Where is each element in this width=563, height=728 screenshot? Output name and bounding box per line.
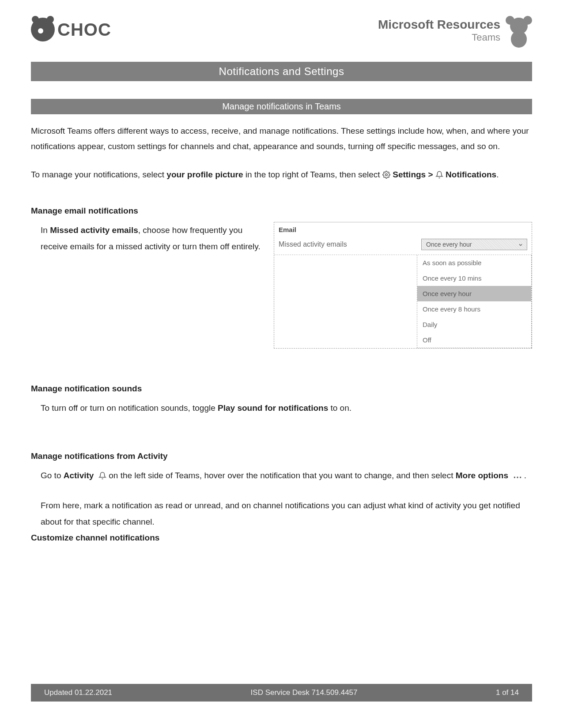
text: Go to xyxy=(41,471,64,480)
email-section-heading: Manage email notifications xyxy=(31,206,532,216)
dropdown-selected: Once every hour xyxy=(426,241,472,248)
sounds-section-heading: Manage notification sounds xyxy=(31,384,532,394)
sounds-section-body: To turn off or turn on notification soun… xyxy=(31,400,532,416)
missed-emails-label: Missed activity emails xyxy=(50,225,138,235)
profile-picture-label: your profile picture xyxy=(166,170,243,179)
activity-line-2: From here, mark a notification as read o… xyxy=(31,497,532,530)
activity-label: Activity xyxy=(64,471,94,480)
choc-logo: CHOC xyxy=(31,18,111,41)
document-header: CHOC Microsoft Resources Teams xyxy=(31,18,532,49)
koala-icon xyxy=(506,18,532,49)
ms-title: Microsoft Resources xyxy=(378,18,500,32)
gear-icon xyxy=(382,168,390,184)
bell-icon xyxy=(435,168,443,184)
text: on the left side of Teams, hover over th… xyxy=(109,471,455,480)
page-footer: Updated 01.22.2021 ISD Service Desk 714.… xyxy=(31,684,532,702)
ms-resources-block: Microsoft Resources Teams xyxy=(378,18,532,49)
activity-section-heading: Manage notifications from Activity xyxy=(31,451,532,461)
bell-icon xyxy=(98,469,106,485)
text: in the top right of Teams, then select xyxy=(243,170,382,179)
footer-service-desk: ISD Service Desk 714.509.4457 xyxy=(251,688,358,697)
text: to on. xyxy=(328,403,351,413)
intro-paragraph: Microsoft Teams offers different ways to… xyxy=(31,123,532,154)
missed-activity-label: Missed activity emails xyxy=(279,240,347,248)
dropdown-option[interactable]: Off xyxy=(417,332,531,348)
frequency-dropdown-list: As soon as possible Once every 10 mins O… xyxy=(417,255,532,348)
notifications-label: Notifications xyxy=(446,170,496,179)
svg-point-1 xyxy=(514,477,515,478)
play-sound-label: Play sound for notifications xyxy=(218,403,328,413)
manage-instructions: To manage your notifications, select you… xyxy=(31,166,532,184)
text: In xyxy=(41,225,50,235)
text: . xyxy=(496,170,499,179)
email-section-body: In Missed activity emails, choose how fr… xyxy=(41,222,261,255)
text: To manage your notifications, select xyxy=(31,170,166,179)
svg-point-2 xyxy=(517,477,518,478)
dropdown-option[interactable]: As soon as possible xyxy=(417,255,531,270)
ms-subtitle: Teams xyxy=(378,32,500,43)
customize-section-heading: Customize channel notifications xyxy=(31,533,532,543)
svg-point-3 xyxy=(520,477,521,478)
more-options-label: More options xyxy=(456,471,508,480)
chevron-down-icon xyxy=(518,242,523,249)
email-panel-title: Email xyxy=(274,222,532,235)
main-title-banner: Notifications and Settings xyxy=(31,62,532,81)
settings-label: Settings xyxy=(393,170,426,179)
choc-logo-text: CHOC xyxy=(57,20,111,40)
gt: > xyxy=(426,170,435,179)
footer-updated: Updated 01.22.2021 xyxy=(44,688,112,697)
text: To turn off or turn on notification soun… xyxy=(41,403,218,413)
dropdown-option[interactable]: Once every 10 mins xyxy=(417,270,531,286)
frequency-dropdown[interactable]: Once every hour xyxy=(421,239,527,250)
email-settings-panel: Email Missed activity emails Once every … xyxy=(274,222,532,349)
dropdown-option[interactable]: Daily xyxy=(417,317,531,332)
more-options-icon xyxy=(513,469,522,485)
dropdown-option[interactable]: Once every 8 hours xyxy=(417,301,531,317)
footer-page-number: 1 of 14 xyxy=(496,688,519,697)
choc-bear-icon xyxy=(31,18,55,41)
text: . xyxy=(524,471,526,480)
svg-point-0 xyxy=(385,174,388,176)
dropdown-option-selected[interactable]: Once every hour xyxy=(417,286,531,301)
section-banner: Manage notifications in Teams xyxy=(31,99,532,114)
activity-line-1: Go to Activity on the left side of Teams… xyxy=(31,467,532,485)
